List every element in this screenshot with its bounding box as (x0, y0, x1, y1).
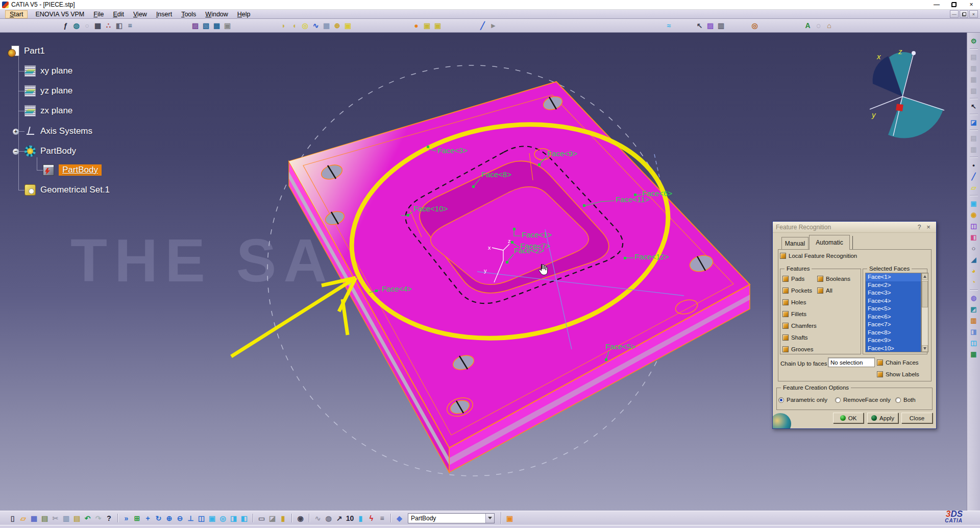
list-item[interactable]: Face<10> (866, 345, 921, 353)
menu-edit[interactable]: Edit (108, 10, 129, 18)
list-item[interactable]: Face<4> (866, 297, 921, 305)
mirror-icon[interactable]: ◫ (969, 338, 979, 348)
both-radio[interactable] (895, 397, 901, 403)
abc-check-icon[interactable]: A (802, 20, 813, 31)
catalog-a-icon[interactable]: ▣ (422, 20, 432, 31)
menu-help[interactable]: Help (233, 10, 255, 18)
multi-view-icon[interactable]: ◫ (196, 513, 207, 523)
tree-label[interactable]: yz plane (40, 86, 72, 96)
save-icon[interactable]: ▦ (29, 513, 39, 523)
tree-item-partbody-child-selected[interactable]: PartBody (43, 163, 102, 177)
select-arrow-icon[interactable]: ↖ (969, 101, 979, 111)
measure-between-icon[interactable]: ▩ (211, 20, 222, 31)
cylinder-icon[interactable]: ◎ (300, 20, 310, 31)
list-scrollbar[interactable] (921, 273, 928, 352)
tree-label-selected[interactable]: PartBody (59, 164, 102, 176)
line-icon[interactable]: ╱ (969, 171, 979, 181)
list-item[interactable]: Face<3> (866, 289, 921, 297)
grid-snap-icon[interactable]: ▥ (716, 20, 726, 31)
tree-label[interactable]: Part1 (24, 46, 45, 56)
axis-systems-expander[interactable]: + (13, 129, 19, 135)
product2-icon[interactable]: ▥ (969, 63, 979, 73)
close-dialog-button[interactable]: Close (901, 413, 933, 423)
dialog-help-button[interactable]: ? (915, 224, 924, 231)
wave-icon[interactable]: ≈ (664, 20, 674, 31)
rules-icon[interactable]: ≡ (125, 20, 135, 31)
trim-icon[interactable]: ◩ (969, 304, 979, 314)
pan-icon[interactable]: + (142, 513, 153, 523)
restore-button[interactable] (945, 0, 963, 9)
scroll-thumb[interactable] (922, 281, 928, 307)
paint-all-icon[interactable]: ▨ (705, 20, 716, 31)
chain-up-input[interactable] (828, 357, 875, 367)
sketch-analysis-icon[interactable]: ◍ (71, 20, 82, 31)
list-item[interactable]: Face<9> (866, 337, 921, 345)
chamfer-icon[interactable]: ◢ (969, 254, 979, 265)
face-label-12[interactable]: Face<12> (634, 252, 669, 261)
grooves-checkbox[interactable] (782, 346, 789, 352)
list-item[interactable]: Face<7> (866, 321, 921, 329)
mdi-close-button[interactable]: × (969, 10, 978, 18)
mdi-minimize-button[interactable]: — (950, 10, 959, 18)
tree-label[interactable]: PartBody (40, 146, 76, 156)
edge-fillet-icon[interactable]: ◕ (969, 266, 979, 276)
lasso-icon[interactable]: ◌ (813, 20, 824, 31)
list-item[interactable]: Face<6> (866, 313, 921, 321)
tree-item-zx-plane[interactable]: zx plane (24, 104, 72, 117)
list-item[interactable]: Face<1> (866, 273, 921, 281)
fillets-checkbox[interactable] (782, 311, 789, 317)
tree-item-yz-plane[interactable]: yz plane (24, 84, 72, 98)
apply-material-icon[interactable]: ▨ (190, 20, 201, 31)
ok-button[interactable]: OK (833, 413, 864, 423)
all-checkbox[interactable] (817, 287, 823, 294)
tree-item-partbody[interactable]: PartBody (24, 145, 76, 158)
menu-view[interactable]: View (129, 10, 152, 18)
split-icon[interactable]: ◫ (969, 221, 979, 231)
open-folder-icon[interactable]: ▱ (18, 513, 29, 523)
var-fillet-icon[interactable]: ◔ (969, 277, 979, 287)
face-label-9[interactable]: Face<9> (547, 149, 577, 158)
tree-item-xy-plane[interactable]: xy plane (24, 64, 72, 78)
hide-show-icon[interactable]: ◨ (228, 513, 239, 523)
revolve-icon[interactable]: ◖ (289, 20, 300, 31)
tree-item-geometrical-set[interactable]: Geometrical Set.1 (24, 183, 110, 197)
apply-button[interactable]: Apply (867, 413, 898, 423)
parametric-only-radio[interactable] (778, 397, 784, 403)
iso-view-icon[interactable]: ▣ (207, 513, 217, 523)
menu-window[interactable]: Window (201, 10, 232, 18)
axis-target-icon[interactable]: ⊕ (332, 20, 342, 31)
view-compass[interactable]: x z y (870, 47, 944, 138)
axis-system-icon[interactable]: ↗ (334, 513, 345, 523)
dialog-close-button[interactable]: × (924, 223, 933, 231)
product1-icon[interactable]: ▤ (969, 52, 979, 62)
sweep-icon[interactable]: ∿ (310, 20, 321, 31)
fx-icon[interactable]: ƒ (60, 20, 71, 31)
swap-space-icon[interactable]: ◧ (239, 513, 250, 523)
face-label-4[interactable]: Face<4> (382, 284, 412, 293)
settings-gear-icon[interactable]: ⚙ (969, 36, 979, 46)
tree-label[interactable]: zx plane (40, 106, 72, 116)
mdi-restore-button[interactable] (960, 10, 968, 18)
selected-faces-list[interactable]: Face<1> Face<2> Face<3> Face<4> Face<5> … (865, 273, 921, 352)
pads-checkbox[interactable] (782, 276, 789, 282)
zoom-out-icon[interactable]: ⊖ (175, 513, 185, 523)
face-label-2[interactable]: Face<2> (514, 246, 544, 255)
relations-icon[interactable]: ∴ (103, 20, 114, 31)
close-button[interactable]: × (963, 0, 980, 9)
scroll-down-button[interactable] (922, 345, 928, 352)
sketcher-icon[interactable]: ◪ (969, 117, 979, 127)
3d-viewport[interactable]: THE SA (0, 33, 967, 511)
product4-icon[interactable]: ▧ (969, 85, 979, 95)
tree-item-part1[interactable]: Part1 (8, 44, 45, 58)
tree-label[interactable]: Geometrical Set.1 (40, 185, 110, 195)
shell-icon[interactable]: ◧ (969, 232, 979, 242)
face-label-6[interactable]: Face<6> (642, 189, 672, 198)
support-icon[interactable]: ▮ (355, 513, 366, 523)
face-label-10[interactable]: Face<10> (413, 204, 448, 213)
booleans-checkbox[interactable] (817, 276, 823, 282)
face-label-1[interactable]: Face<1> (522, 230, 552, 239)
list-item[interactable]: Face<8> (866, 329, 921, 337)
bottle-icon[interactable]: ▮ (278, 513, 288, 523)
body-selector-dropdown-button[interactable] (485, 514, 494, 523)
pattern-icon[interactable]: ▦ (969, 349, 979, 359)
